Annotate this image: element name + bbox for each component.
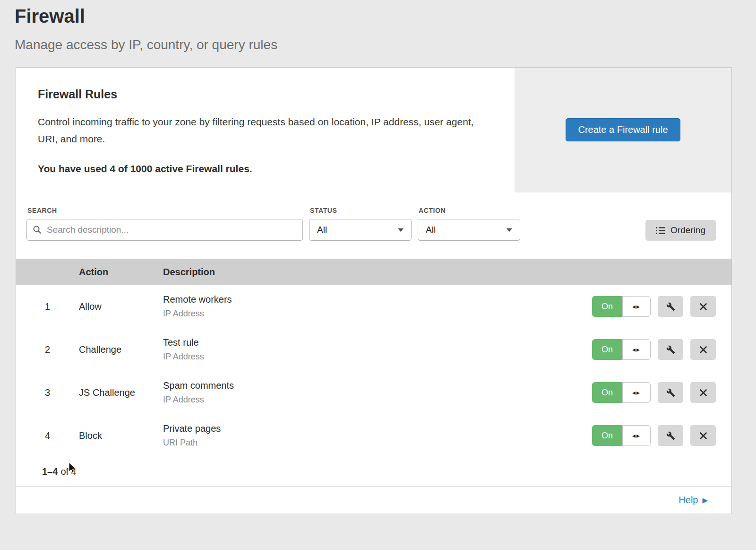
close-icon: [699, 346, 707, 354]
search-filter-group: SEARCH: [26, 207, 303, 241]
page-title: Firewall: [15, 5, 756, 27]
rule-priority: 4: [16, 430, 79, 441]
toggle-arrows-icon: ◂▸: [622, 296, 651, 317]
chevron-down-icon: [398, 228, 404, 232]
wrench-icon: [666, 431, 675, 440]
rule-match-type: IP Address: [163, 352, 592, 362]
rule-controls: On ◂▸: [592, 339, 731, 360]
rule-priority: 2: [16, 344, 79, 355]
rule-controls: On ◂▸: [592, 425, 731, 446]
firewall-rules-card: Firewall Rules Control incoming traffic …: [16, 67, 732, 515]
ordering-button-label: Ordering: [670, 225, 705, 236]
rule-action: Block: [79, 430, 163, 441]
edit-rule-button[interactable]: [658, 296, 683, 317]
help-link[interactable]: Help ▶: [679, 495, 708, 506]
rule-enabled-toggle[interactable]: On ◂▸: [592, 425, 651, 446]
rule-controls: On ◂▸: [592, 382, 731, 403]
rule-enabled-toggle[interactable]: On ◂▸: [592, 382, 651, 403]
rule-action: Allow: [79, 301, 163, 312]
card-top-aside: Create a Firewall rule: [515, 68, 731, 193]
delete-rule-button[interactable]: [690, 425, 716, 446]
action-label: ACTION: [419, 207, 520, 214]
pagination: 1–4 of 4: [16, 457, 731, 487]
rule-match-type: IP Address: [163, 309, 592, 319]
card-top-section: Firewall Rules Control incoming traffic …: [16, 68, 731, 193]
rule-description: Private pages: [163, 423, 592, 434]
close-icon: [699, 389, 707, 397]
pagination-range: 1–4: [42, 466, 58, 477]
table-row: 4 Block Private pages URI Path On ◂▸: [16, 414, 731, 457]
rule-description: Test rule: [163, 337, 592, 348]
status-select-value: All: [317, 225, 327, 235]
rule-description-cell: Spam comments IP Address: [163, 380, 592, 405]
action-select-value: All: [426, 225, 436, 235]
rule-description-cell: Private pages URI Path: [163, 423, 592, 448]
rule-description-cell: Test rule IP Address: [163, 337, 592, 362]
rule-description-cell: Remote workers IP Address: [163, 294, 592, 319]
toggle-arrows-icon: ◂▸: [622, 382, 651, 403]
chevron-down-icon: [507, 228, 512, 232]
table-header: Action Description: [16, 259, 731, 285]
rule-priority: 1: [16, 301, 79, 312]
help-link-label: Help: [679, 495, 698, 506]
rule-priority: 3: [16, 387, 79, 398]
create-firewall-rule-button[interactable]: Create a Firewall rule: [566, 118, 680, 141]
page-header: Firewall Manage access by IP, country, o…: [0, 0, 756, 53]
table-row: 3 JS Challenge Spam comments IP Address …: [16, 371, 731, 414]
section-heading: Firewall Rules: [38, 87, 486, 101]
delete-rule-button[interactable]: [690, 296, 716, 317]
ordering-button[interactable]: Ordering: [645, 220, 716, 241]
toggle-arrows-icon: ◂▸: [622, 339, 651, 360]
wrench-icon: [666, 302, 675, 311]
search-box: [26, 219, 303, 241]
rule-match-type: URI Path: [163, 438, 592, 448]
search-input[interactable]: [26, 219, 303, 241]
usage-text: You have used 4 of 1000 active Firewall …: [38, 163, 486, 175]
status-select[interactable]: All: [309, 219, 412, 241]
filters-bar: SEARCH STATUS All ACTION All: [16, 192, 731, 259]
toggle-on-label: On: [592, 296, 622, 317]
close-icon: [699, 432, 707, 440]
toggle-arrows-icon: ◂▸: [622, 425, 651, 446]
card-top-text: Firewall Rules Control incoming traffic …: [16, 68, 515, 193]
rule-enabled-toggle[interactable]: On ◂▸: [592, 296, 651, 317]
close-icon: [699, 303, 707, 311]
delete-rule-button[interactable]: [690, 382, 716, 403]
rule-action: Challenge: [79, 344, 163, 355]
rule-enabled-toggle[interactable]: On ◂▸: [592, 339, 651, 360]
rule-controls: On ◂▸: [592, 296, 731, 317]
pagination-total: of 4: [60, 466, 76, 477]
status-label: STATUS: [310, 207, 412, 214]
rule-match-type: IP Address: [163, 395, 592, 405]
wrench-icon: [666, 345, 675, 354]
description-column-header: Description: [163, 267, 731, 278]
table-row: 1 Allow Remote workers IP Address On ◂▸: [16, 285, 731, 328]
status-filter-group: STATUS All: [309, 207, 412, 241]
rule-action: JS Challenge: [79, 387, 163, 398]
edit-rule-button[interactable]: [658, 425, 683, 446]
section-description: Control incoming traffic to your zone by…: [38, 113, 484, 148]
help-arrow-icon: ▶: [702, 497, 708, 504]
action-select[interactable]: All: [418, 219, 520, 241]
ordered-list-icon: [656, 227, 665, 235]
action-filter-group: ACTION All: [418, 207, 520, 241]
rule-description: Remote workers: [163, 294, 592, 305]
page-subtitle: Manage access by IP, country, or query r…: [15, 37, 756, 53]
delete-rule-button[interactable]: [690, 339, 716, 360]
help-row: Help ▶: [16, 487, 731, 514]
toggle-on-label: On: [592, 382, 622, 403]
rule-description: Spam comments: [163, 380, 592, 391]
action-column-header: Action: [79, 267, 163, 278]
wrench-icon: [666, 388, 675, 397]
table-row: 2 Challenge Test rule IP Address On ◂▸: [16, 328, 731, 371]
edit-rule-button[interactable]: [658, 339, 683, 360]
toggle-on-label: On: [592, 425, 622, 446]
search-label: SEARCH: [27, 207, 303, 214]
toggle-on-label: On: [592, 339, 622, 360]
edit-rule-button[interactable]: [658, 382, 683, 403]
